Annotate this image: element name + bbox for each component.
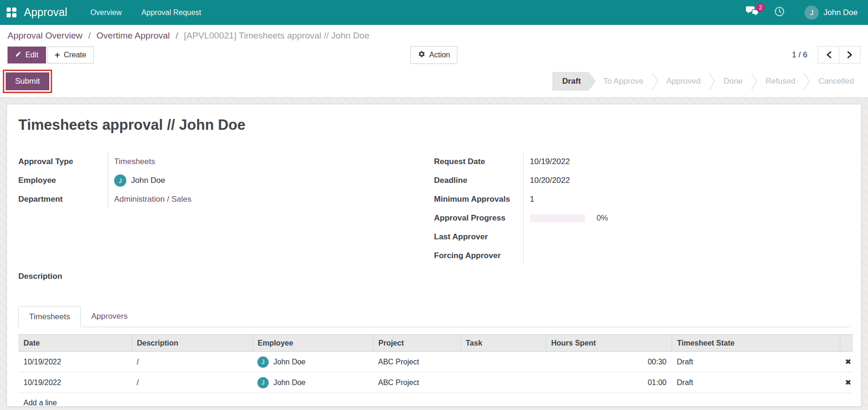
approval-progress-bar bbox=[530, 214, 585, 222]
cell-hours-spent: 00:30 bbox=[546, 352, 672, 372]
status-row: Submit Draft To Approve Approved Done Re… bbox=[0, 68, 868, 98]
column-header-task[interactable]: Task bbox=[460, 335, 546, 352]
column-header-actions bbox=[840, 335, 853, 352]
add-line-row: Add a line bbox=[18, 393, 853, 407]
field-label-last-approver: Last Approver bbox=[434, 228, 523, 246]
pager-previous-button[interactable] bbox=[818, 46, 839, 63]
column-header-description[interactable]: Description bbox=[132, 335, 252, 352]
nav-item-overview[interactable]: Overview bbox=[80, 0, 132, 25]
status-step-refused[interactable]: Refused bbox=[758, 72, 803, 91]
edit-button-label: Edit bbox=[25, 51, 39, 59]
table-header-row: Date Description Employee Project Task H… bbox=[18, 335, 853, 352]
field-area: Approval Type Timesheets Employee J John… bbox=[18, 152, 850, 265]
status-step-approved[interactable]: Approved bbox=[659, 72, 708, 91]
breadcrumb: Approval Overview / Overtime Approval / … bbox=[0, 25, 868, 41]
nav-item-approval-request[interactable]: Approval Request bbox=[132, 0, 211, 25]
breadcrumb-separator: / bbox=[176, 31, 178, 40]
field-label-approval-progress: Approval Progress bbox=[434, 209, 523, 228]
apps-grid-icon[interactable] bbox=[7, 8, 16, 17]
field-label-minimum-approvals: Minimum Approvals bbox=[434, 190, 523, 209]
table-row[interactable]: 10/19/2022 / J John Doe ABC Project 01:0… bbox=[18, 372, 853, 393]
field-group-right: Request Date 10/19/2022 Deadline 10/20/2… bbox=[434, 152, 850, 265]
gear-icon bbox=[418, 50, 426, 60]
column-header-project[interactable]: Project bbox=[373, 335, 460, 352]
approval-progress-value: 0% bbox=[597, 213, 608, 223]
cell-task bbox=[460, 352, 546, 372]
breadcrumb-overtime-approval[interactable]: Overtime Approval bbox=[96, 31, 170, 40]
field-label-request-date: Request Date bbox=[434, 152, 523, 171]
cell-date: 10/19/2022 bbox=[18, 372, 132, 393]
field-label-deadline: Deadline bbox=[434, 171, 523, 190]
status-step-done[interactable]: Done bbox=[716, 72, 750, 91]
field-group-left: Approval Type Timesheets Employee J John… bbox=[18, 152, 434, 265]
chevron-right-icon bbox=[652, 72, 658, 90]
activities-button[interactable] bbox=[767, 0, 792, 25]
control-panel-buttons: Edit + Create Action 1 / 6 bbox=[0, 41, 868, 68]
timesheets-table: Date Description Employee Project Task H… bbox=[18, 334, 853, 407]
status-step-draft[interactable]: Draft bbox=[552, 72, 596, 91]
cell-project: ABC Project bbox=[373, 352, 460, 372]
edit-button[interactable]: Edit bbox=[8, 47, 46, 63]
cell-date: 10/19/2022 bbox=[18, 352, 132, 372]
navbar-right: 2 J John Doe bbox=[738, 0, 863, 25]
pager-next-button[interactable] bbox=[839, 46, 860, 63]
messages-button[interactable]: 2 bbox=[738, 0, 767, 25]
statusbar: Draft To Approve Approved Done Refused C… bbox=[552, 72, 861, 91]
tab-approvers[interactable]: Approvers bbox=[81, 306, 138, 327]
app-name[interactable]: Approval bbox=[24, 6, 67, 19]
delete-row-icon[interactable]: ✖ bbox=[840, 372, 853, 393]
description-label: Description bbox=[18, 272, 850, 281]
column-header-date[interactable]: Date bbox=[18, 335, 132, 352]
submit-button[interactable]: Submit bbox=[6, 72, 49, 90]
user-avatar: J bbox=[805, 6, 819, 20]
cell-project: ABC Project bbox=[373, 372, 460, 393]
add-a-line-link[interactable]: Add a line bbox=[18, 393, 853, 407]
employee-avatar: J bbox=[257, 377, 269, 388]
field-value-minimum-approvals: 1 bbox=[530, 195, 534, 204]
pencil-icon bbox=[15, 51, 22, 59]
cell-timesheet-state: Draft bbox=[672, 352, 840, 372]
employee-avatar: J bbox=[114, 174, 126, 187]
breadcrumb-current: [APVL00021] Timesheets approval // John … bbox=[184, 31, 369, 40]
column-header-hours-spent[interactable]: Hours Spent bbox=[546, 335, 672, 352]
top-navbar: Approval Overview Approval Request 2 J bbox=[0, 0, 868, 25]
cell-timesheet-state: Draft bbox=[672, 372, 840, 393]
clock-icon bbox=[774, 6, 785, 19]
field-value-deadline: 10/20/2022 bbox=[530, 176, 570, 185]
column-header-timesheet-state[interactable]: Timesheet State bbox=[672, 335, 840, 352]
cell-description: / bbox=[132, 352, 252, 372]
pager: 1 / 6 bbox=[792, 46, 860, 63]
status-step-cancelled[interactable]: Cancelled bbox=[811, 72, 861, 91]
cell-hours-spent: 01:00 bbox=[546, 372, 672, 393]
table-row[interactable]: 10/19/2022 / J John Doe ABC Project 00:3… bbox=[18, 352, 853, 372]
chevron-right-icon bbox=[709, 72, 715, 90]
delete-row-icon[interactable]: ✖ bbox=[840, 352, 853, 372]
notebook-tabs: Timesheets Approvers bbox=[18, 306, 850, 327]
tab-timesheets[interactable]: Timesheets bbox=[18, 306, 81, 327]
cell-description: / bbox=[132, 372, 252, 393]
control-panel: Approval Overview / Overtime Approval / … bbox=[0, 25, 868, 98]
field-value-department[interactable]: Administration / Sales bbox=[114, 195, 191, 204]
field-label-employee: Employee bbox=[18, 171, 108, 190]
action-button[interactable]: Action bbox=[411, 46, 457, 64]
record-title: Timesheets approval // John Doe bbox=[18, 117, 850, 134]
create-button[interactable]: + Create bbox=[47, 47, 94, 63]
employee-avatar: J bbox=[257, 356, 269, 368]
navbar-menu: Overview Approval Request bbox=[80, 0, 211, 25]
messages-count-badge: 2 bbox=[756, 3, 765, 12]
column-header-employee[interactable]: Employee bbox=[252, 335, 373, 352]
cell-task bbox=[460, 372, 546, 393]
status-step-to-approve[interactable]: To Approve bbox=[596, 72, 651, 91]
user-menu[interactable]: J John Doe bbox=[792, 6, 863, 20]
field-label-approval-type: Approval Type bbox=[18, 152, 108, 171]
field-value-approval-type[interactable]: Timesheets bbox=[114, 157, 155, 166]
field-label-department: Department bbox=[18, 190, 108, 209]
submit-highlight-box: Submit bbox=[3, 70, 52, 93]
field-value-employee: John Doe bbox=[131, 176, 165, 185]
content-area: Timesheets approval // John Doe Approval… bbox=[0, 98, 868, 407]
field-value-request-date: 10/19/2022 bbox=[530, 157, 570, 166]
breadcrumb-separator: / bbox=[88, 31, 91, 40]
breadcrumb-approval-overview[interactable]: Approval Overview bbox=[8, 31, 82, 40]
cell-employee: J John Doe bbox=[252, 352, 373, 372]
field-label-forcing-approver: Forcing Approver bbox=[434, 246, 523, 265]
